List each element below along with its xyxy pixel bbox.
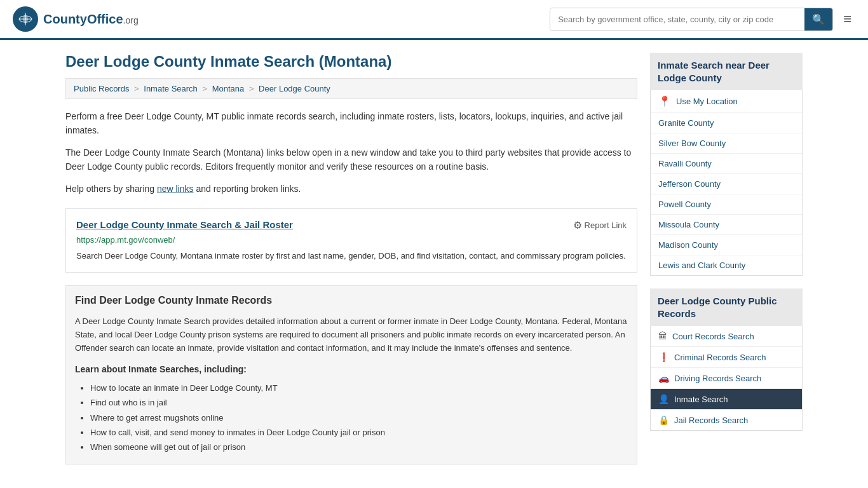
- inmate-search-label: Inmate Search: [674, 395, 728, 404]
- site-header: CountyOffice.org 🔍 ≡: [0, 0, 868, 40]
- find-section-body: A Deer Lodge County Inmate Search provid…: [75, 315, 628, 355]
- main-container: Deer Lodge County Inmate Search (Montana…: [53, 40, 815, 477]
- list-item: Find out who is in jail: [90, 395, 628, 410]
- inmate-icon: 👤: [658, 394, 669, 404]
- report-link-label: Report Link: [585, 220, 627, 230]
- breadcrumb-public-records[interactable]: Public Records: [74, 84, 129, 93]
- desc-p1: Perform a free Deer Lodge County, MT pub…: [65, 109, 637, 138]
- logo-icon: [13, 6, 38, 32]
- logo-text: CountyOffice.org: [43, 12, 139, 27]
- sidebar-item-powell-county[interactable]: Powell County: [651, 194, 802, 215]
- sidebar-item-jefferson-county[interactable]: Jefferson County: [651, 174, 802, 194]
- hamburger-menu-icon[interactable]: ≡: [839, 7, 855, 31]
- list-item: How to locate an inmate in Deer Lodge Co…: [90, 381, 628, 395]
- sidebar-public-records-list: 🏛 Court Records Search ❗ Criminal Record…: [650, 326, 803, 431]
- sidebar-item-inmate-search[interactable]: 👤 Inmate Search: [651, 389, 802, 410]
- criminal-records-link[interactable]: Criminal Records Search: [674, 353, 766, 362]
- location-icon: 📍: [658, 95, 671, 107]
- sidebar-item-driving-records[interactable]: 🚗 Driving Records Search: [651, 368, 802, 389]
- granite-county-link[interactable]: Granite County: [658, 118, 714, 128]
- madison-county-link[interactable]: Madison County: [658, 240, 718, 250]
- ravalli-county-link[interactable]: Ravalli County: [658, 159, 712, 168]
- breadcrumb-inmate-search[interactable]: Inmate Search: [144, 84, 198, 93]
- search-input[interactable]: [550, 8, 804, 30]
- sidebar-item-jail-records[interactable]: 🔒 Jail Records Search: [651, 410, 802, 430]
- sidebar: Inmate Search near Deer Lodge County 📍 U…: [650, 53, 803, 464]
- sidebar-inmate-section: Inmate Search near Deer Lodge County 📍 U…: [650, 53, 803, 276]
- court-icon: 🏛: [658, 331, 667, 341]
- use-my-location-link[interactable]: Use My Location: [676, 97, 738, 106]
- sidebar-item-granite-county[interactable]: Granite County: [651, 113, 802, 133]
- sidebar-public-records-section: Deer Lodge County Public Records 🏛 Court…: [650, 288, 803, 431]
- page-title: Deer Lodge County Inmate Search (Montana…: [65, 53, 637, 71]
- jail-records-link[interactable]: Jail Records Search: [674, 416, 748, 425]
- sidebar-inmate-title: Inmate Search near Deer Lodge County: [650, 53, 803, 90]
- jail-icon: 🔒: [658, 415, 669, 425]
- silver-bow-county-link[interactable]: Silver Bow County: [658, 139, 726, 148]
- desc-p2: The Deer Lodge County Inmate Search (Mon…: [65, 146, 637, 174]
- breadcrumb-montana[interactable]: Montana: [212, 84, 245, 93]
- content-area: Deer Lodge County Inmate Search (Montana…: [65, 53, 637, 464]
- jefferson-county-link[interactable]: Jefferson County: [658, 179, 721, 189]
- learn-title: Learn about Inmate Searches, including:: [75, 364, 628, 374]
- search-bar: 🔍: [550, 8, 833, 31]
- report-icon: ⚙: [573, 219, 582, 231]
- driving-records-link[interactable]: Driving Records Search: [674, 374, 761, 383]
- find-section: Find Deer Lodge County Inmate Records A …: [65, 285, 637, 464]
- new-links-link[interactable]: new links: [157, 184, 194, 194]
- report-link-button[interactable]: ⚙ Report Link: [573, 219, 627, 231]
- list-item: When someone will get out of jail or pri…: [90, 440, 628, 454]
- lewis-clark-county-link[interactable]: Lewis and Clark County: [658, 261, 745, 270]
- breadcrumb: Public Records > Inmate Search > Montana…: [65, 78, 637, 99]
- sidebar-item-lewis-clark-county[interactable]: Lewis and Clark County: [651, 255, 802, 275]
- header-right: 🔍 ≡: [550, 7, 855, 31]
- find-section-title: Find Deer Lodge County Inmate Records: [75, 295, 628, 306]
- link-card-title[interactable]: Deer Lodge County Inmate Search & Jail R…: [76, 219, 293, 230]
- sidebar-item-madison-county[interactable]: Madison County: [651, 235, 802, 255]
- search-button[interactable]: 🔍: [804, 8, 832, 30]
- sidebar-item-criminal-records[interactable]: ❗ Criminal Records Search: [651, 347, 802, 368]
- desc-p3: Help others by sharing new links and rep…: [65, 182, 637, 196]
- sidebar-item-missoula-county[interactable]: Missoula County: [651, 215, 802, 235]
- list-item: How to call, visit, and send money to in…: [90, 425, 628, 440]
- sidebar-inmate-list: 📍 Use My Location Granite County Silver …: [650, 90, 803, 276]
- learn-list: How to locate an inmate in Deer Lodge Co…: [75, 381, 628, 455]
- breadcrumb-deer-lodge-county[interactable]: Deer Lodge County: [259, 84, 330, 93]
- powell-county-link[interactable]: Powell County: [658, 200, 711, 209]
- link-url[interactable]: https://app.mt.gov/conweb/: [76, 235, 627, 245]
- driving-icon: 🚗: [658, 373, 669, 383]
- criminal-icon: ❗: [658, 352, 669, 362]
- link-card-header: Deer Lodge County Inmate Search & Jail R…: [76, 219, 627, 231]
- list-item: Where to get arrest mugshots online: [90, 410, 628, 425]
- description: Perform a free Deer Lodge County, MT pub…: [65, 109, 637, 196]
- sidebar-item-silver-bow-county[interactable]: Silver Bow County: [651, 133, 802, 154]
- link-card: Deer Lodge County Inmate Search & Jail R…: [65, 208, 637, 273]
- court-records-link[interactable]: Court Records Search: [672, 332, 754, 341]
- sidebar-item-use-my-location[interactable]: 📍 Use My Location: [651, 90, 802, 113]
- missoula-county-link[interactable]: Missoula County: [658, 220, 719, 229]
- logo[interactable]: CountyOffice.org: [13, 6, 139, 32]
- sidebar-item-ravalli-county[interactable]: Ravalli County: [651, 154, 802, 174]
- link-desc: Search Deer Lodge County, Montana inmate…: [76, 250, 627, 262]
- sidebar-public-records-title: Deer Lodge County Public Records: [650, 288, 803, 326]
- sidebar-item-court-records[interactable]: 🏛 Court Records Search: [651, 326, 802, 347]
